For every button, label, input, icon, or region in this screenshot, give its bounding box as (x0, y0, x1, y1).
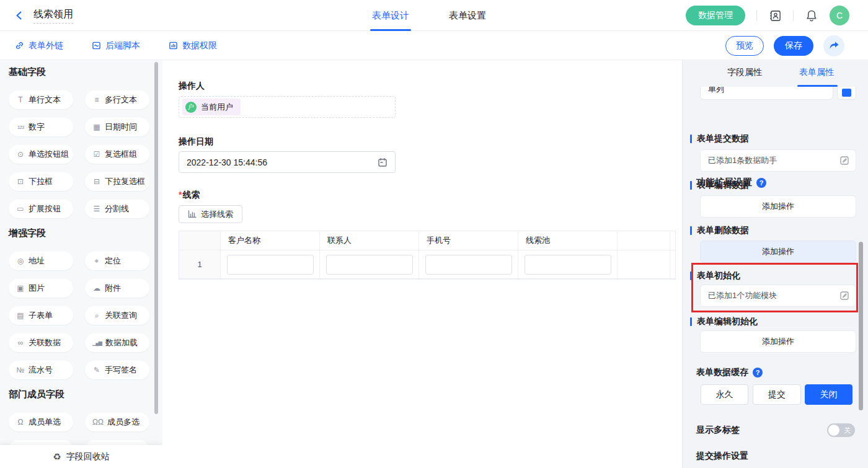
heading-bar (690, 272, 692, 280)
field-item-attachment[interactable]: ☁附件 (85, 279, 149, 298)
permission-icon (169, 41, 178, 50)
edit-init-add-action-button[interactable]: 添加操作 (700, 330, 856, 353)
edit-data-add-action-button[interactable]: 添加操作 (700, 195, 856, 218)
tab-form-settings[interactable]: 表单设置 (449, 0, 486, 31)
field-item-label: 成员单选 (29, 417, 61, 428)
share-button[interactable] (823, 35, 844, 56)
field-item-label: 定位 (105, 255, 121, 267)
edit-icon[interactable] (839, 291, 849, 301)
help-icon[interactable]: ? (756, 178, 766, 188)
cache-option-close[interactable]: 关闭 (805, 384, 852, 405)
data-permission-action[interactable]: 数据权限 (169, 40, 217, 51)
delete-data-heading: 表单删除数据 (690, 225, 749, 236)
field-item-member-multi[interactable]: ΩΩ成员多选 (85, 413, 149, 431)
field-item-data-load[interactable]: ▁▄▆数据加载 (85, 333, 149, 352)
notification-bell-icon[interactable] (805, 9, 818, 22)
recycle-icon: ♻ (53, 451, 61, 462)
heading-bar (690, 226, 692, 235)
customer-name-input[interactable] (227, 255, 314, 275)
layout-option-button[interactable] (837, 87, 856, 100)
divider-icon: ☰ (92, 205, 101, 213)
current-user-tag-label: 当前用户 (201, 102, 233, 113)
cache-option-forever[interactable]: 永久 (701, 384, 748, 405)
tab-field-properties[interactable]: 字段属性 (727, 60, 762, 85)
field-item-address[interactable]: ◎地址 (9, 252, 73, 270)
divider (793, 10, 794, 21)
field-item-handwritten-signature[interactable]: ✎手写签名 (85, 361, 149, 379)
field-item-relation-data[interactable]: ∞关联数据 (9, 333, 73, 352)
table-header-index (179, 231, 221, 250)
phone-input[interactable] (425, 255, 512, 275)
external-link-action[interactable]: 表单外链 (15, 40, 63, 51)
field-item-member-single[interactable]: Ω成员单选 (9, 413, 73, 431)
table-cell-customer-name (221, 250, 320, 279)
clue-pool-input[interactable] (525, 255, 611, 275)
edit-icon[interactable] (839, 156, 849, 166)
user-avatar[interactable]: C (830, 6, 849, 25)
field-item-label: 复选框组 (105, 149, 137, 160)
cache-option-submit[interactable]: 提交 (753, 384, 801, 405)
back-button[interactable] (14, 10, 25, 21)
field-item-label: 单选按钮组 (29, 149, 69, 160)
select-clue-button[interactable]: 选择线索 (179, 205, 242, 223)
panel-scrollbar[interactable] (859, 242, 863, 410)
field-item-label: 成员多选 (107, 417, 140, 428)
field-recycle-bin[interactable]: ♻ 字段回收站 (0, 445, 162, 468)
multi-tab-toggle[interactable]: 关 (827, 423, 855, 437)
clipped-scrolled-row: 单列 (700, 87, 861, 100)
field-item-divider-line[interactable]: ☰分割线 (85, 200, 149, 218)
field-item-single-line-text[interactable]: T单行文本 (9, 91, 73, 109)
sidebar-scrollbar[interactable] (154, 62, 158, 414)
field-item-label: 关联查询 (105, 310, 137, 321)
form-init-value-box[interactable]: 已添加1个功能模块 (700, 285, 856, 307)
edit-init-title: 表单编辑初始化 (697, 316, 758, 327)
layout-select[interactable]: 单列 (700, 87, 833, 100)
contact-input[interactable] (326, 255, 413, 275)
backend-script-label: 后端脚本 (105, 40, 140, 51)
field-item-label: 分割线 (105, 203, 129, 214)
page-title[interactable]: 线索领用 (33, 8, 73, 24)
field-item-multi-select[interactable]: ⊟下拉复选框 (85, 172, 149, 191)
tab-form-design[interactable]: 表单设计 (372, 0, 409, 31)
tab-form-properties[interactable]: 表单属性 (799, 60, 834, 85)
backend-script-action[interactable]: 后端脚本 (92, 40, 140, 51)
field-item-relation-query[interactable]: ⌕关联查询 (85, 306, 149, 325)
edit-init-heading: 表单编辑初始化 (690, 316, 758, 327)
preview-button[interactable]: 预览 (725, 36, 764, 56)
save-button[interactable]: 保存 (774, 36, 813, 56)
field-item-location[interactable]: ⌖定位 (85, 252, 149, 270)
field-item-image[interactable]: ▣图片 (9, 279, 73, 298)
submit-data-value-box[interactable]: 已添加1条数据助手 (700, 149, 856, 172)
section-title: 部门成员字段 (9, 389, 154, 401)
field-item-multi-line-text[interactable]: ≡多行文本 (85, 91, 149, 109)
field-item-serial-number[interactable]: №流水号 (9, 361, 73, 379)
field-item-number[interactable]: 123数字 (9, 118, 73, 136)
field-item-select[interactable]: ⊡下拉框 (9, 172, 73, 191)
operator-field[interactable]: 户 当前用户 (179, 96, 396, 118)
field-item-label: 地址 (29, 255, 45, 267)
divider (756, 10, 757, 21)
current-user-tag[interactable]: 户 当前用户 (182, 99, 241, 115)
data-manage-button[interactable]: 数据管理 (686, 6, 745, 25)
calendar-icon[interactable] (378, 157, 388, 167)
table-header-clue-pool: 线索池 (518, 231, 618, 250)
script-icon (92, 41, 101, 50)
date-field[interactable]: 2022-12-30 15:44:56 (179, 151, 396, 173)
contacts-book-icon[interactable] (768, 9, 782, 22)
bar-chart-icon: ▁▄▆ (92, 340, 102, 346)
required-mark: * (179, 190, 182, 200)
field-item-datetime[interactable]: ▦日期时间 (85, 118, 149, 136)
calendar-icon: ▦ (92, 123, 101, 131)
table-header-contact: 联系人 (320, 231, 419, 250)
section-enhanced-fields: 增强字段 ◎地址 ⌖定位 ▣图片 ☁附件 ▤子表单 ⌕关联查询 ∞关联数据 ▁▄… (9, 227, 154, 379)
field-item-subform[interactable]: ▤子表单 (9, 306, 73, 325)
multi-tab-label: 显示多标签 (696, 425, 740, 436)
field-item-extend-button[interactable]: ▭扩展按钮 (9, 200, 73, 218)
layout-glyph-icon (842, 89, 851, 97)
delete-data-title: 表单删除数据 (697, 225, 749, 236)
submit-data-title: 表单提交数据 (697, 133, 749, 144)
delete-data-add-action-button[interactable]: 添加操作 (700, 241, 856, 263)
field-item-checkbox-group[interactable]: ☑复选框组 (85, 145, 149, 164)
field-item-radio-group[interactable]: ⊙单选按钮组 (9, 145, 73, 164)
help-icon[interactable]: ? (753, 368, 763, 377)
